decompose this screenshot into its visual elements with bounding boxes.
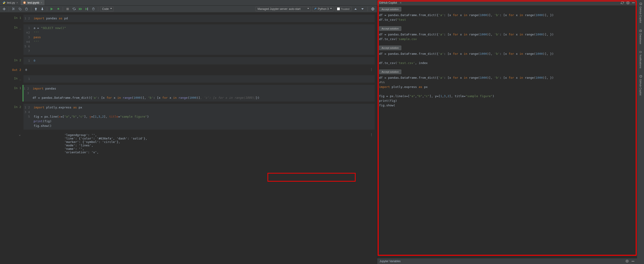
code-editor[interactable]: a = "SELECT now()" ''' pass ''' [32,24,375,55]
close-icon[interactable]: × [41,1,42,4]
jupyter-icon [23,1,26,4]
trusted-checkbox[interactable]: Trusted [335,7,352,11]
notebook-body[interactable]: 1 In 11 2import pandas as pd In _1 ⊖2 3 … [0,13,377,264]
svg-rect-8 [20,9,22,10]
svg-point-4 [12,9,13,10]
move-down-button[interactable] [40,6,45,12]
more-icon[interactable]: ⋮ [370,133,373,136]
gear-icon[interactable] [625,259,629,263]
jupyter-variables-title: Jupyter Variables [380,260,401,263]
accept-solution-button[interactable]: Accept solution [379,70,401,74]
svg-point-26 [640,3,641,4]
python-icon [314,8,317,10]
tab-label: test.py [7,1,15,4]
accept-solution-button[interactable]: Accept solution [379,46,401,50]
run-all-button[interactable] [78,6,83,12]
svg-point-2 [24,3,26,4]
code-editor[interactable]: import plotly.express as px fig = px.lin… [32,104,375,130]
svg-line-7 [13,8,14,9]
copilot-solutions-list[interactable]: Accept solutiondf = pandas.DataFrame.fro… [377,6,637,258]
output-cell: ⋮⌄'legendgroup': '','line': {'color': '#… [2,132,375,155]
svg-line-15 [59,9,59,10]
code-cell[interactable]: In _1 ⊖2 3 ⊖4 5 6 7a = "SELECT now()" ''… [2,24,375,55]
browser-icon[interactable] [370,6,376,12]
chevron-up-icon[interactable] [353,6,358,12]
run-cell-button[interactable] [49,6,54,12]
code-editor[interactable]: import pandas df = pandas.DataFrame.from… [31,85,375,102]
accept-solution-button[interactable]: Accept solution [379,7,401,12]
cell-prompt: In 1 [2,15,24,22]
code-editor[interactable]: import pandas as pd [32,15,375,22]
close-icon[interactable]: × [16,1,18,4]
svg-rect-16 [66,8,69,10]
line-gutter: 1 2 3 [22,85,31,102]
minimize-icon[interactable] [632,1,635,5]
code-cell[interactable]: In 21 2 3 4 5import plotly.express as px… [2,104,375,130]
editor-tabs: test.py×test.ipynb× [0,0,377,6]
code-cell[interactable]: In _1 [2,75,375,83]
clear-output-button[interactable] [90,6,96,12]
chevron-down-icon[interactable] [360,6,365,12]
code-editor[interactable]: 0 [32,57,375,65]
close-icon[interactable]: × [400,1,402,5]
tool-window-label: Database [639,33,642,44]
code-editor[interactable] [32,75,375,83]
svg-line-12 [57,8,58,9]
svg-point-24 [626,261,627,261]
svg-point-22 [628,2,628,3]
tool-window-tab[interactable]: Notifications [639,50,642,69]
debug-cell-button[interactable] [56,6,61,12]
tab-label: test.ipynb [27,1,39,4]
line-gutter: 1 ⊖2 3 ⊖4 5 6 7 [24,24,32,55]
svg-line-6 [14,9,14,10]
more-icon[interactable]: ⋮ [370,68,373,71]
server-dropdown[interactable]: Managed Jupyter server: auto-start [256,7,311,11]
editor-tab[interactable]: test.ipynb× [20,0,44,5]
tool-window-tab[interactable]: GitHub Copilot [639,74,642,96]
jupyter-variables-header[interactable]: Jupyter Variables [377,258,637,264]
copilot-solution: Accept solutiondf = pandas.DataFrame.fro… [379,26,636,42]
cut-button[interactable] [11,6,16,12]
refresh-icon[interactable] [620,1,624,5]
solution-code: df = pandas.DataFrame.from_dict({'a': [x… [379,32,636,42]
run-to-button[interactable] [84,6,90,12]
copilot-panel-header: GitHub Copilot × [377,0,637,6]
svg-point-30 [640,76,641,77]
svg-point-28 [641,30,642,32]
svg-rect-17 [88,8,88,10]
line-gutter: 1 [24,75,32,83]
notebook-toolbar: Code Managed Jupyter server: auto-start … [0,6,377,13]
paste-button[interactable] [24,6,29,12]
tool-window-label: GitHub Copilot [639,7,642,23]
tool-window-tab[interactable]: Database [639,29,642,45]
minimize-icon[interactable] [631,259,635,263]
tool-window-tab[interactable]: GitHub Copilot [639,2,642,24]
cell-type-dropdown[interactable]: Code [100,7,114,11]
copy-button[interactable] [17,6,23,12]
code-cell[interactable]: In 11 2import pandas as pd [2,15,375,22]
chevron-down-icon[interactable]: ⌄ [19,133,21,136]
code-cell[interactable]: In 11 2 3import pandas df = pandas.DataF… [2,85,375,102]
svg-point-27 [640,4,641,5]
move-up-button[interactable] [33,6,39,12]
copilot-solution: Accept solutiondf = pandas.DataFrame.fro… [379,7,636,22]
tool-window-label: Notifications [639,55,642,68]
svg-line-14 [57,9,58,10]
copilot-panel-title: GitHub Copilot [379,1,397,4]
svg-point-29 [640,76,641,76]
output-body: ⋮0 [24,67,375,73]
stop-button[interactable] [65,6,70,12]
svg-point-10 [58,8,59,10]
line-gutter: 1 2 3 4 5 [24,104,32,130]
code-cell[interactable]: In 210 [2,57,375,65]
restart-button[interactable] [71,6,77,12]
add-cell-button[interactable] [2,6,7,12]
accept-solution-button[interactable]: Accept solution [379,26,401,31]
trusted-checkbox-input[interactable] [337,7,340,10]
editor-tab[interactable]: test.py× [0,0,20,5]
kernel-dropdown[interactable]: Python 3 [312,7,334,11]
solution-code: df = pandas.DataFrame.from_dict({'a': [x… [379,76,636,108]
python-icon [2,1,6,4]
gear-icon[interactable] [626,1,630,5]
cell-prompt: Out 2 [2,67,24,73]
